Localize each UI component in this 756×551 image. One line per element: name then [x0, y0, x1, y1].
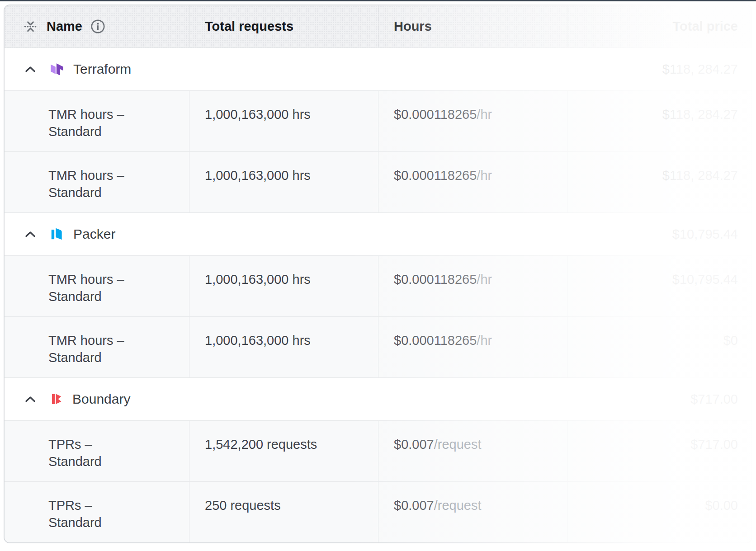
hours-cell: $0.007/request: [378, 421, 567, 481]
total-requests-cell: 1,000,163,000 hrs: [189, 91, 378, 151]
column-header-hours: Hours: [378, 5, 567, 47]
top-divider-bar: [0, 0, 756, 1]
column-header-total-price: Total price: [567, 5, 751, 47]
group-label: Boundary: [72, 391, 130, 407]
column-header-name: Name: [5, 5, 189, 47]
total-requests-cell: 1,000,163,000 hrs: [189, 152, 378, 212]
item-name-cell: TMR hours – Standard: [5, 91, 189, 151]
rate-unit: /hr: [477, 272, 492, 287]
rate-unit: /request: [434, 437, 482, 452]
packer-icon: [49, 226, 65, 242]
group-total-price: $118, 284.27: [662, 62, 738, 77]
total-requests-cell: 1,000,163,000 hrs: [189, 317, 378, 377]
table-header-row: Name Total requests Hours Total price: [5, 5, 751, 47]
rate-unit: /hr: [477, 168, 492, 183]
collapse-all-icon[interactable]: [24, 19, 38, 33]
item-name-cell: TPRs – Standard: [5, 421, 189, 481]
total-requests-cell: 250 requests: [189, 482, 378, 542]
rate-unit: /request: [434, 498, 482, 513]
item-name-cell: TMR hours – Standard: [5, 317, 189, 377]
total-requests-cell: 1,542,200 requests: [189, 421, 378, 481]
hours-cell: $0.007/request: [378, 482, 567, 542]
chevron-up-icon[interactable]: [24, 393, 37, 406]
group-label: Packer: [73, 226, 115, 242]
group-row-packer[interactable]: Packer $10,795.44: [5, 212, 751, 255]
total-price-cell: $0.00: [567, 482, 751, 542]
rate-unit: /hr: [477, 333, 492, 348]
column-label-name: Name: [47, 19, 82, 34]
total-price-cell: $0: [567, 317, 751, 377]
table-row: TPRs – Standard 1,542,200 requests $0.00…: [5, 420, 751, 481]
table-row: TMR hours – Standard 1,000,163,000 hrs $…: [5, 151, 751, 212]
group-total-price: $10,795.44: [672, 227, 738, 242]
table-row: TMR hours – Standard 1,000,163,000 hrs $…: [5, 316, 751, 377]
group-row-boundary[interactable]: Boundary $717.00: [5, 377, 751, 420]
group-label: Terraform: [73, 61, 131, 77]
total-price-cell: $10,795.44: [567, 256, 751, 316]
total-requests-cell: 1,000,163,000 hrs: [189, 256, 378, 316]
usage-pricing-table: Name Total requests Hours Total price: [4, 5, 752, 543]
hours-cell: $0.000118265/hr: [378, 256, 567, 316]
chevron-up-icon[interactable]: [24, 228, 37, 241]
total-price-cell: $118, 284.27: [567, 91, 751, 151]
group-row-terraform[interactable]: Terraform $118, 284.27: [5, 47, 751, 90]
info-icon[interactable]: [90, 19, 105, 34]
table-row: TMR hours – Standard 1,000,163,000 hrs $…: [5, 90, 751, 151]
group-total-price: $717.00: [690, 392, 738, 407]
terraform-icon: [49, 61, 65, 77]
column-header-total-requests: Total requests: [189, 5, 378, 47]
hours-cell: $0.000118265/hr: [378, 152, 567, 212]
boundary-icon: [49, 392, 64, 406]
table-row: TPRs – Standard 250 requests $0.007/requ…: [5, 481, 751, 542]
hours-cell: $0.000118265/hr: [378, 91, 567, 151]
hours-cell: $0.000118265/hr: [378, 317, 567, 377]
total-price-cell: $717.00: [567, 421, 751, 481]
chevron-up-icon[interactable]: [24, 63, 37, 76]
item-name-cell: TMR hours – Standard: [5, 256, 189, 316]
item-name-cell: TMR hours – Standard: [5, 152, 189, 212]
item-name-cell: TPRs – Standard: [5, 482, 189, 542]
total-price-cell: $118, 284.27: [567, 152, 751, 212]
rate-unit: /hr: [477, 107, 492, 122]
table-row: TMR hours – Standard 1,000,163,000 hrs $…: [5, 255, 751, 316]
